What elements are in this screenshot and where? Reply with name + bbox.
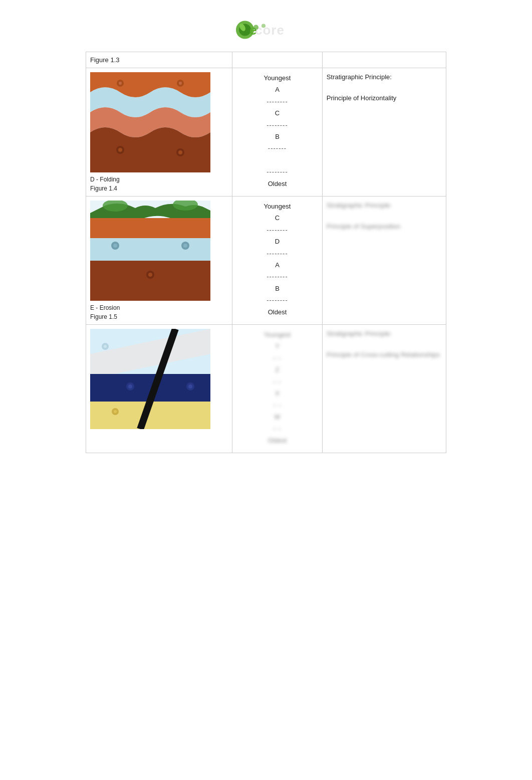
dash-2-3: -------- — [236, 271, 318, 282]
dash-2-4: -------- — [236, 294, 318, 306]
dash-1-3: ------- — [236, 142, 318, 154]
principle-col-1: Stratigraphic Principle: Principle of Ho… — [322, 68, 446, 197]
dash-3-1: - - — [236, 352, 318, 364]
figure-label: Figure 1.3 — [86, 52, 232, 68]
layer-B-1: B — [236, 131, 318, 142]
layer-C-2: C — [236, 212, 318, 224]
figure-image-cell-3 — [86, 325, 232, 453]
layer-A-2: A — [236, 259, 318, 271]
principle-name-3: Principle of Cross-cutting Relationships — [327, 350, 442, 360]
dash-3-4: - - — [236, 423, 318, 434]
layer-B-2: B — [236, 283, 318, 294]
oldest-label-1: Oldest — [236, 178, 318, 189]
sequence-col-3: Youngest Y - - Z - - X - - W - - Oldest — [232, 325, 323, 453]
layer-Z-3: Z — [236, 364, 318, 375]
header-sequence — [232, 52, 323, 68]
figure-image-cell-2: E - Erosion Figure 1.5 — [86, 197, 232, 325]
svg-rect-19 — [90, 261, 210, 301]
table-row: E - Erosion Figure 1.5 Youngest C ------… — [86, 197, 446, 325]
fig1-label: D - Folding — [90, 176, 228, 183]
svg-text:e: e — [249, 23, 256, 38]
svg-text:core: core — [255, 23, 285, 38]
svg-point-9 — [118, 148, 122, 152]
table-row: Youngest Y - - Z - - X - - W - - Oldest … — [86, 325, 446, 453]
layer-Y-3: Y — [236, 340, 318, 352]
dash-2-2: -------- — [236, 248, 318, 259]
svg-point-25 — [148, 273, 152, 277]
main-content-table: Figure 1.3 — [86, 52, 446, 453]
layer-X-3: X — [236, 387, 318, 399]
principle-col-2: Stratigraphic Principle: Principle of Su… — [322, 197, 446, 325]
erosion-image — [90, 201, 210, 301]
folding-image — [90, 72, 210, 172]
ecore-logo: core e — [226, 15, 306, 45]
fig3-number — [90, 442, 228, 449]
table-header-row: Figure 1.3 — [86, 52, 446, 68]
crosscutting-image — [90, 329, 210, 429]
layer-A-1: A — [236, 84, 318, 95]
principle-title-2: Stratigraphic Principle: — [327, 201, 442, 211]
oldest-label-3: Oldest — [236, 435, 318, 446]
principle-title-3: Stratigraphic Principle: — [327, 329, 442, 339]
fig3-label — [90, 433, 228, 440]
principle-name-1: Principle of Horizontality — [327, 93, 442, 104]
svg-point-21 — [113, 244, 117, 248]
principle-col-3: Stratigraphic Principle: Principle of Cr… — [322, 325, 446, 453]
svg-point-38 — [188, 384, 192, 388]
svg-point-5 — [253, 25, 258, 30]
layer-W-3: W — [236, 411, 318, 423]
svg-point-36 — [128, 384, 132, 388]
fig1-number: Figure 1.4 — [90, 185, 228, 192]
blank-1 — [236, 154, 318, 166]
dash-1-4: -------- — [236, 166, 318, 177]
sequence-col-1: Youngest A -------- C -------- B -------… — [232, 68, 323, 197]
fig2-label: E - Erosion — [90, 304, 228, 311]
svg-point-34 — [104, 345, 107, 348]
dash-2-1: -------- — [236, 224, 318, 236]
svg-point-6 — [261, 24, 265, 28]
svg-point-40 — [114, 410, 117, 413]
svg-rect-17 — [90, 218, 210, 238]
sequence-col-2: Youngest C -------- D -------- A -------… — [232, 197, 323, 325]
youngest-label-1: Youngest — [236, 72, 318, 84]
layer-D-2: D — [236, 236, 318, 247]
principle-name-2: Principle of Superposition — [327, 222, 442, 232]
svg-point-11 — [178, 150, 182, 154]
svg-rect-18 — [90, 238, 210, 261]
logo-area: core e — [0, 0, 532, 52]
oldest-label-2: Oldest — [236, 306, 318, 318]
svg-point-13 — [119, 82, 122, 85]
svg-point-23 — [183, 244, 187, 248]
youngest-label-2: Youngest — [236, 201, 318, 212]
youngest-label-3: Youngest — [236, 329, 318, 340]
header-principle — [322, 52, 446, 68]
fig2-number: Figure 1.5 — [90, 313, 228, 320]
layer-C-1: C — [236, 107, 318, 119]
table-row: D - Folding Figure 1.4 Youngest A ------… — [86, 68, 446, 197]
principle-title-1: Stratigraphic Principle: — [327, 72, 442, 83]
dash-3-3: - - — [236, 399, 318, 411]
dash-1-1: -------- — [236, 96, 318, 107]
dash-1-2: -------- — [236, 119, 318, 131]
svg-point-15 — [179, 82, 182, 85]
figure-image-cell-1: D - Folding Figure 1.4 — [86, 68, 232, 197]
dash-3-2: - - — [236, 376, 318, 387]
